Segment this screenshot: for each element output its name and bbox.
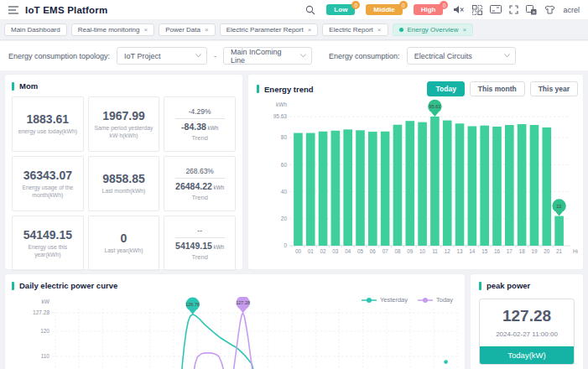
stat-cell: 1883.61energy use today(kWh) [12,96,84,152]
trend-cell: --54149.15 kWhTrend [164,216,236,271]
alarm-middle-button[interactable]: Middle0 [366,4,402,15]
svg-text:60: 60 [281,162,288,168]
hamburger-icon[interactable] [8,6,18,14]
tab-main-dashboard[interactable]: Main Dashboard [4,23,67,36]
bar-hour-02 [319,132,328,246]
stat-value: 1967.99 [102,109,145,122]
stat-cell: 36343.07Energy usage of the month(kWh) [12,156,84,211]
tab-electric-report[interactable]: Electric Report× [322,23,388,36]
bar-hour-14 [468,126,477,246]
topology-select[interactable]: IoT Project [117,47,207,65]
stat-value: 0 [121,231,127,245]
title-marker [257,85,259,93]
stat-cell: 54149.15Energy use this year(kWh) [12,216,84,271]
consumption-select[interactable]: Electrical Circuits [407,47,516,65]
tab-electric-parameter-report[interactable]: Electric Parameter Report× [220,23,319,36]
bar-hour-03 [331,131,341,246]
stat-label: Last month(kWh) [101,188,148,195]
mom-grid: 1883.61energy use today(kWh)1967.99Same … [12,96,236,271]
svg-text:16: 16 [494,248,501,254]
filter-bar: Energy consumption topology: IoT Project… [0,41,588,70]
fullscreen-icon[interactable] [509,5,518,14]
bar-hour-16 [492,127,502,246]
tab-label: Energy Overview [408,26,459,34]
period-button-today[interactable]: Today [427,81,464,96]
stat-value: 9858.85 [102,172,145,185]
peak-power-title: peak power [479,281,575,290]
svg-text:95.63: 95.63 [273,113,288,119]
tab-close-icon[interactable]: × [308,26,312,34]
tab-close-icon[interactable]: × [144,26,148,34]
svg-text:11: 11 [432,248,438,254]
legend-item-today[interactable]: Today [418,296,453,304]
bar-hour-01 [306,133,315,246]
daily-power-line-chart[interactable]: 127.28120110kW126.76127.28 [12,297,458,369]
language-icon[interactable]: a [526,5,537,15]
topology-label: Energy consumption topology: [8,52,110,60]
search-icon[interactable] [305,5,315,15]
bar-hour-06 [368,132,377,246]
stat-label: energy use today(kWh) [17,128,79,135]
tab-close-icon[interactable]: × [205,26,209,34]
incoming-line-select-value: Main InComing Line [231,48,294,65]
bar-hour-21 [554,216,564,246]
main-content: Mom 1883.61energy use today(kWh)1967.99S… [0,70,588,369]
period-button-this-year[interactable]: This year [530,81,578,96]
theme-shirt-icon[interactable] [544,5,555,14]
trend-cell: 268.63%26484.22 kWhTrend [164,156,236,211]
bar-hour-19 [530,125,539,246]
username[interactable]: acrel [563,6,580,14]
legend-item-yesterday[interactable]: Yesterday [362,296,408,304]
trend-percent: -- [197,226,202,237]
svg-text:19: 19 [531,248,538,254]
energy-trend-title-text: Energy trend [264,85,314,94]
energy-trend-bar-chart[interactable]: 02040608095.63kWh00010203040506070809101… [257,96,578,261]
svg-text:02: 02 [320,248,327,254]
svg-text:0: 0 [284,242,287,248]
stat-cell: 0Last year(kWh) [88,216,160,271]
title-marker [12,282,14,290]
period-button-this-month[interactable]: This month [470,81,525,96]
tab-close-icon[interactable]: × [462,26,466,34]
tab-label: Electric Report [329,26,372,34]
svg-text:17: 17 [507,248,513,254]
svg-text:07: 07 [382,248,389,254]
tab-real-time-monitoring[interactable]: Real-time monitoring× [71,23,154,36]
legend-label: Yesterday [380,296,408,304]
bar-hour-11 [430,117,440,246]
tab-label: Electric Parameter Report [226,26,304,34]
tab-energy-overview[interactable]: Energy Overview× [393,23,474,36]
incoming-line-select[interactable]: Main InComing Line [223,47,312,65]
tab-label: Real-time monitoring [78,26,140,34]
energy-trend-title: Energy trend [257,85,314,94]
peak-power-timestamp: 2024-02-27 11:00:00 [480,330,574,338]
svg-text:03: 03 [332,248,339,254]
stat-label: Energy use this year(kWh) [14,244,81,258]
stat-label: Last year(kWh) [102,247,144,254]
stat-value: 1883.61 [27,112,70,126]
mom-card: Mom 1883.61energy use today(kWh)1967.99S… [5,75,242,269]
svg-text:06: 06 [370,248,377,254]
svg-text:40: 40 [281,189,288,195]
peak-power-today-button[interactable]: Today(kW) [480,346,574,364]
alarm-high-button[interactable]: High0 [414,4,444,15]
alarm-buttons: Low0Middle0High0 [326,4,443,15]
tab-label: Main Dashboard [11,26,60,34]
mom-title-text: Mom [19,81,38,91]
trend-value: 26484.22 kWh [175,178,225,191]
alarm-low-button[interactable]: Low0 [326,4,355,15]
svg-text:Hour: Hour [573,248,578,254]
tab-power-data[interactable]: Power Data× [159,23,215,36]
svg-text:12: 12 [445,248,451,254]
svg-text:22: 22 [556,204,561,209]
tab-label: Power Data [165,26,200,34]
consumption-label: Energy consumption: [329,52,400,60]
screen-icon[interactable] [490,5,502,14]
grid-layout-icon[interactable] [472,5,482,15]
stat-value: 36343.07 [23,169,72,182]
tab-close-icon[interactable]: × [377,26,382,34]
svg-text:80: 80 [281,134,288,140]
mute-icon[interactable] [454,5,465,14]
svg-text:01: 01 [308,248,315,254]
topology-select-value: IoT Project [124,52,160,60]
